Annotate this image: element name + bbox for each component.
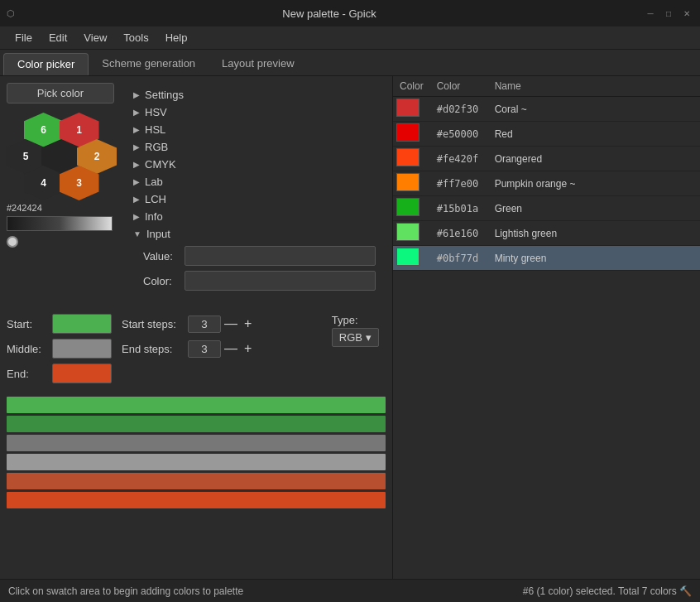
titlebar-title: New palette - Gpick <box>15 7 644 20</box>
gradient-bar-4[interactable] <box>7 454 386 470</box>
end-label: End: <box>7 368 52 380</box>
gradient-bars <box>7 397 386 508</box>
section-lch[interactable]: ▶ LCH <box>130 190 382 208</box>
close-button[interactable]: ✕ <box>680 7 693 20</box>
section-settings-arrow: ▶ <box>133 90 140 99</box>
start-steps-increment[interactable]: + <box>241 317 255 330</box>
col-header-name: Name <box>488 76 700 97</box>
color-hex-value: #fe420f <box>430 147 488 171</box>
middle-row: Middle: End steps: — + <box>7 339 386 359</box>
color-name: Green <box>488 196 700 221</box>
color-hex-value: #d02f30 <box>430 97 488 122</box>
tabs: Color picker Scheme generation Layout pr… <box>0 50 700 76</box>
section-input-label: Input <box>146 228 170 240</box>
table-row[interactable]: #0bf77dMinty green <box>393 246 700 271</box>
end-steps-increment[interactable]: + <box>241 342 255 355</box>
maximize-button[interactable]: □ <box>662 7 675 20</box>
section-hsl[interactable]: ▶ HSL <box>130 121 382 138</box>
color-hex-value: #61e160 <box>430 221 488 246</box>
gradient-bar-5[interactable] <box>7 473 386 489</box>
end-steps-label: End steps: <box>122 343 188 355</box>
end-steps-decrement[interactable]: — <box>221 342 241 355</box>
color-swatch <box>396 198 420 216</box>
menu-view[interactable]: View <box>75 30 115 46</box>
start-steps-decrement[interactable]: — <box>221 317 241 330</box>
table-row[interactable]: #ff7e00Pumpkin orange ~ <box>393 171 700 196</box>
statusbar-right: #6 (1 color) selected. Total 7 colors 🔨 <box>523 585 692 597</box>
pick-color-button[interactable]: Pick color <box>7 83 114 104</box>
end-steps-input[interactable] <box>188 340 221 358</box>
palette-table: Color Color Name #d02f30Coral ~#e50000Re… <box>393 76 700 271</box>
section-info-arrow: ▶ <box>133 212 140 221</box>
section-rgb[interactable]: ▶ RGB <box>130 138 382 156</box>
section-settings-label: Settings <box>145 89 184 101</box>
color-name: Lightish green <box>488 221 700 246</box>
tab-layout-preview[interactable]: Layout preview <box>209 53 307 75</box>
color-name: Red <box>488 122 700 147</box>
gradient-bar-6[interactable] <box>7 492 386 508</box>
color-swatch <box>396 173 420 191</box>
start-swatch[interactable] <box>52 314 112 334</box>
menu-edit[interactable]: Edit <box>41 30 75 46</box>
section-input[interactable]: ▼ Input <box>130 225 382 243</box>
main-area: Pick color 6 1 5 2 4 <box>0 76 700 579</box>
color-swatch <box>396 248 420 266</box>
section-lch-label: LCH <box>145 193 166 205</box>
tab-color-picker[interactable]: Color picker <box>3 53 89 75</box>
start-steps-input[interactable] <box>188 315 221 333</box>
section-hsv[interactable]: ▶ HSV <box>130 104 382 121</box>
gradient-bar-2[interactable] <box>7 416 386 432</box>
color-swatch <box>396 223 420 241</box>
left-top-section: Pick color 6 1 5 2 4 <box>0 76 392 309</box>
section-info[interactable]: ▶ Info <box>130 208 382 225</box>
color-row: Color: <box>143 271 376 291</box>
color-picker-left: Pick color 6 1 5 2 4 <box>0 76 120 309</box>
titlebar: ⬡ New palette - Gpick ─ □ ✕ <box>0 0 700 26</box>
sme-rows-container: Type: RGB ▾ Start: Start steps: — + <box>7 314 386 383</box>
table-row[interactable]: #fe420fOrangered <box>393 147 700 171</box>
current-color-hex: #242424 <box>7 203 42 213</box>
minimize-button[interactable]: ─ <box>644 7 657 20</box>
color-name: Minty green <box>488 246 700 271</box>
value-input[interactable] <box>185 246 376 266</box>
color-hex-value: #e50000 <box>430 122 488 147</box>
table-row[interactable]: #61e160Lightish green <box>393 221 700 246</box>
color-swatch <box>396 148 420 166</box>
section-lab-arrow: ▶ <box>133 177 140 186</box>
color-swatch <box>396 123 420 142</box>
color-input[interactable] <box>185 271 376 291</box>
color-swatch-cell <box>393 246 430 271</box>
section-lab[interactable]: ▶ Lab <box>130 173 382 190</box>
middle-swatch[interactable] <box>52 339 112 359</box>
gradient-bar-3[interactable] <box>7 435 386 451</box>
chevron-down-icon: ▾ <box>366 331 372 344</box>
type-dropdown[interactable]: RGB ▾ <box>332 328 379 347</box>
color-swatch-cell <box>393 122 430 147</box>
col-header-color: Color <box>430 76 488 97</box>
gradient-section: Type: RGB ▾ Start: Start steps: — + <box>0 309 392 393</box>
menubar: File Edit View Tools Help <box>0 26 700 50</box>
end-swatch[interactable] <box>52 364 112 383</box>
tab-scheme-generation[interactable]: Scheme generation <box>89 53 209 75</box>
color-label: Color: <box>143 275 185 287</box>
section-cmyk-arrow: ▶ <box>133 160 140 169</box>
color-hex-value: #15b01a <box>430 196 488 221</box>
menu-help[interactable]: Help <box>157 30 196 46</box>
gradient-bar-1[interactable] <box>7 397 386 413</box>
left-panel: Pick color 6 1 5 2 4 <box>0 76 393 579</box>
section-info-label: Info <box>145 210 163 223</box>
menu-tools[interactable]: Tools <box>115 30 156 46</box>
type-label: Type: <box>332 314 379 326</box>
statusbar: Click on swatch area to begin adding col… <box>0 579 700 602</box>
table-row[interactable]: #d02f30Coral ~ <box>393 97 700 122</box>
menu-file[interactable]: File <box>7 30 41 46</box>
section-settings[interactable]: ▶ Settings <box>130 86 382 104</box>
section-cmyk[interactable]: ▶ CMYK <box>130 156 382 173</box>
col-header-swatch: Color <box>393 76 430 97</box>
titlebar-left: ⬡ <box>7 8 15 19</box>
table-row[interactable]: #e50000Red <box>393 122 700 147</box>
section-rgb-arrow: ▶ <box>133 142 140 152</box>
value-label: Value: <box>143 250 185 262</box>
table-row[interactable]: #15b01aGreen <box>393 196 700 221</box>
section-hsl-arrow: ▶ <box>133 125 140 134</box>
